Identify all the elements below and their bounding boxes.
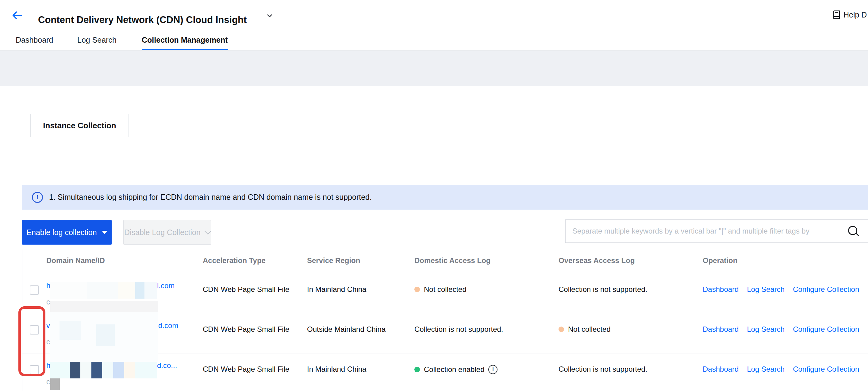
cdn-cloud-insight-page: Content Delivery Network (CDN) Cloud Ins…: [0, 0, 868, 391]
tab-log-search[interactable]: Log Search: [77, 29, 117, 50]
dashboard-link[interactable]: Dashboard: [703, 365, 739, 373]
disable-log-collection-label: Disable Log Collection: [124, 228, 200, 237]
overseas-access-log-status: Collection is not supported.: [559, 365, 648, 373]
domain-link-suffix[interactable]: d.co...: [157, 361, 177, 370]
instance-collection-panel: i 1. Simultaneous log shipping for ECDN …: [0, 86, 868, 391]
instance-table: Domain Name/ID Acceleration Type Service…: [22, 249, 868, 391]
service-region: In Mainland China: [307, 285, 366, 294]
table-header: Domain Name/ID Acceleration Type Service…: [22, 249, 868, 274]
redaction-mosaic: [124, 362, 135, 379]
domestic-access-log-status: Collection enabled: [414, 365, 497, 374]
main-tab-bar: Dashboard Log Search Collection Manageme…: [0, 29, 868, 51]
caret-down-icon: [102, 231, 107, 234]
table-row: vi d.com c CDN Web Page Small File Outsi…: [22, 314, 868, 354]
info-banner: i 1. Simultaneous log shipping for ECDN …: [22, 185, 868, 210]
redaction-mosaic: [91, 362, 102, 379]
info-circle-icon: i: [32, 192, 43, 203]
redaction-mosaic: [50, 301, 158, 312]
redaction-mosaic: [135, 282, 145, 299]
redaction-mosaic: [50, 362, 70, 379]
acceleration-type: CDN Web Page Small File: [203, 365, 289, 373]
back-arrow-icon[interactable]: [11, 9, 23, 22]
table-row: h l.com c CDN Web Page Small File In Mai…: [22, 274, 868, 314]
help-label: Help D: [843, 10, 867, 19]
row-checkbox[interactable]: [30, 365, 39, 374]
disable-log-collection-button[interactable]: Disable Log Collection: [123, 220, 211, 245]
row-checkbox[interactable]: [30, 285, 39, 295]
col-operation: Operation: [703, 256, 737, 265]
title-chevron-down-icon[interactable]: [265, 11, 274, 20]
tab-collection-management[interactable]: Collection Management: [142, 29, 228, 50]
enable-log-collection-label: Enable log collection: [26, 228, 97, 237]
dashboard-link[interactable]: Dashboard: [703, 325, 739, 334]
redaction-mosaic: [118, 282, 135, 299]
col-domestic-access-log: Domestic Access Log: [414, 256, 491, 265]
overseas-access-log-status: Collection is not supported.: [559, 285, 648, 294]
domain-link-prefix[interactable]: h: [46, 281, 50, 290]
page-title: Content Delivery Network (CDN) Cloud Ins…: [38, 14, 247, 26]
redaction-mosaic: [87, 282, 118, 299]
domain-id-text: c: [46, 298, 50, 306]
topbar: Content Delivery Network (CDN) Cloud Ins…: [0, 0, 868, 29]
enable-log-collection-button[interactable]: Enable log collection: [22, 220, 112, 245]
search-input[interactable]: [565, 220, 868, 242]
tab-dashboard[interactable]: Dashboard: [16, 29, 53, 50]
search-icon[interactable]: [848, 226, 857, 235]
status-dot-orange: [559, 327, 564, 332]
service-region: Outside Mainland China: [307, 325, 385, 334]
operation-links: Dashboard Log Search Configure Collectio…: [703, 325, 859, 334]
subtab-instance-collection[interactable]: Instance Collection: [30, 114, 129, 137]
acceleration-type: CDN Web Page Small File: [203, 325, 289, 334]
col-acceleration-type: Acceleration Type: [203, 256, 266, 265]
log-search-link[interactable]: Log Search: [747, 285, 784, 294]
service-region: In Mainland China: [307, 365, 366, 373]
acceleration-type: CDN Web Page Small File: [203, 285, 289, 294]
redaction-mosaic: [70, 362, 80, 379]
redaction-mosaic: [113, 362, 124, 379]
domain-link-prefix[interactable]: h: [46, 361, 50, 370]
log-search-link[interactable]: Log Search: [747, 365, 784, 373]
status-dot-orange: [414, 287, 420, 292]
banner-text: 1. Simultaneous log shipping for ECDN do…: [49, 193, 372, 202]
redaction-mosaic: [50, 312, 158, 362]
col-overseas-access-log: Overseas Access Log: [559, 256, 635, 265]
status-dot-green: [414, 367, 420, 372]
search-box: [565, 219, 868, 243]
domain-link-suffix[interactable]: l.com: [157, 281, 175, 290]
row-checkbox[interactable]: [30, 325, 39, 334]
col-domain-name-id: Domain Name/ID: [46, 256, 105, 265]
col-service-region: Service Region: [307, 256, 360, 265]
redaction-mosaic: [102, 362, 113, 379]
domain-link-suffix[interactable]: d.com: [158, 321, 178, 330]
dashboard-link[interactable]: Dashboard: [703, 285, 739, 294]
configure-collection-link[interactable]: Configure Collection: [793, 325, 859, 334]
chevron-down-icon: [205, 228, 211, 234]
configure-collection-link[interactable]: Configure Collection: [793, 285, 859, 294]
domain-id-text: c: [46, 378, 50, 386]
domain-id-text: c: [46, 338, 50, 346]
info-circle-icon[interactable]: [488, 365, 497, 374]
domestic-access-log-status: Not collected: [414, 285, 466, 294]
overseas-access-log-status: Not collected: [559, 325, 611, 334]
book-icon: [832, 10, 841, 20]
subtab-strip: Instance Collection Storage Topic: [0, 51, 868, 86]
operation-links: Dashboard Log Search Configure Collectio…: [703, 365, 859, 373]
redaction-mosaic: [135, 362, 157, 379]
log-search-link[interactable]: Log Search: [747, 325, 784, 334]
redaction-mosaic: [80, 362, 91, 379]
operation-links: Dashboard Log Search Configure Collectio…: [703, 285, 859, 294]
redaction-mosaic: [50, 282, 87, 299]
help-docs-link[interactable]: Help D: [832, 8, 868, 21]
configure-collection-link[interactable]: Configure Collection: [793, 365, 859, 373]
domestic-access-log-status: Collection is not supported.: [414, 325, 503, 334]
redaction-mosaic: [145, 282, 157, 299]
